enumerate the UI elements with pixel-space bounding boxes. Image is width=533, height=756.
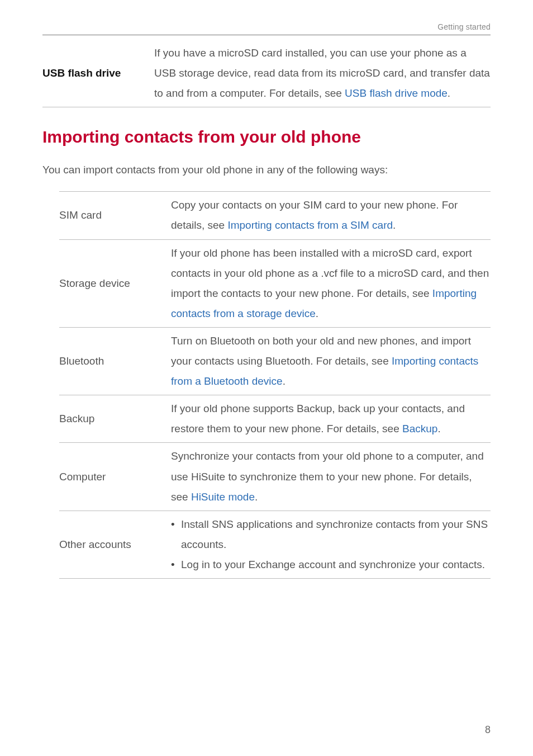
sim-card-label: SIM card — [59, 195, 171, 235]
bluetooth-desc: Turn on Bluetooth on both your old and n… — [171, 331, 491, 391]
storage-device-row: Storage device If your old phone has bee… — [59, 240, 491, 328]
usb-desc-after: . — [448, 87, 450, 99]
other-accounts-desc: Install SNS applications and synchronize… — [171, 514, 491, 575]
storage-device-label: Storage device — [59, 243, 171, 324]
usb-flash-drive-row: USB flash drive If you have a microSD ca… — [42, 40, 491, 107]
backup-row: Backup If your old phone supports Backup… — [59, 395, 491, 443]
bluetooth-desc-after: . — [283, 375, 285, 387]
computer-label: Computer — [59, 446, 171, 507]
backup-desc: If your old phone supports Backup, back … — [171, 399, 491, 439]
storage-desc-after: . — [316, 308, 318, 319]
computer-link[interactable]: HiSuite mode — [191, 491, 255, 503]
computer-row: Computer Synchronize your contacts from … — [59, 443, 491, 511]
backup-desc-after: . — [437, 423, 440, 434]
other-bullet-2: Log in to your Exchange account and sync… — [171, 555, 491, 575]
sim-desc-after: . — [393, 219, 396, 231]
computer-desc: Synchronize your contacts from your old … — [171, 446, 491, 507]
backup-label: Backup — [59, 399, 171, 439]
bluetooth-label: Bluetooth — [59, 331, 171, 391]
usb-row-description: If you have a microSD card installed, yo… — [154, 43, 491, 103]
section-title: Importing contacts from your old phone — [42, 127, 491, 147]
other-bullet-1: Install SNS applications and synchronize… — [171, 514, 491, 555]
sim-card-link[interactable]: Importing contacts from a SIM card — [227, 219, 393, 231]
running-header: Getting started — [42, 22, 491, 31]
section-intro: You can import contacts from your old ph… — [42, 160, 491, 180]
storage-device-desc: If your old phone has been installed wit… — [171, 243, 491, 324]
usb-flash-drive-mode-link[interactable]: USB flash drive mode — [345, 87, 448, 99]
other-accounts-row: Other accounts Install SNS applications … — [59, 511, 491, 579]
sim-card-row: SIM card Copy your contacts on your SIM … — [59, 191, 491, 239]
sim-card-desc: Copy your contacts on your SIM card to y… — [171, 195, 491, 235]
computer-desc-after: . — [255, 491, 258, 503]
page-number: 8 — [485, 724, 491, 736]
backup-link[interactable]: Backup — [402, 423, 437, 434]
other-accounts-label: Other accounts — [59, 514, 171, 575]
header-rule — [42, 35, 491, 35]
bluetooth-row: Bluetooth Turn on Bluetooth on both your… — [59, 328, 491, 395]
usb-row-label: USB flash drive — [42, 43, 154, 103]
